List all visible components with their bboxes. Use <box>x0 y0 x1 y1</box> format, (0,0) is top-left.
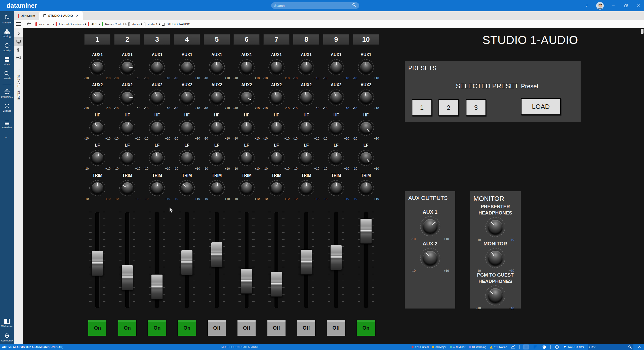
tab-ziine[interactable]: ziine.com <box>14 11 39 20</box>
pgm-to-guest-headphones-knob[interactable] <box>485 285 505 305</box>
rotary-knob[interactable] <box>358 90 374 106</box>
rotary-knob[interactable] <box>179 59 195 75</box>
rotary-knob[interactable] <box>179 120 195 136</box>
fader-track[interactable] <box>185 212 189 308</box>
tickets-tab[interactable]: TICKETS <box>14 73 23 89</box>
rotary-knob[interactable] <box>119 180 135 196</box>
fader-handle[interactable] <box>151 274 163 299</box>
channel-fader[interactable] <box>207 212 227 308</box>
rotary-knob[interactable] <box>149 180 165 196</box>
channel-on-off-button[interactable]: On <box>147 320 167 336</box>
rotary-knob[interactable] <box>209 59 225 75</box>
rotary-knob[interactable] <box>268 150 285 166</box>
channel-on-off-button[interactable]: Off <box>327 320 346 336</box>
fader-track[interactable] <box>125 212 130 308</box>
notes-tab[interactable]: NOTES <box>14 88 23 102</box>
rotary-knob[interactable] <box>298 180 314 196</box>
channel-on-off-button[interactable]: Off <box>267 320 286 336</box>
rotary-knob[interactable] <box>89 90 105 106</box>
alarm-list-view-icon[interactable] <box>523 344 529 349</box>
sidebar-item-community[interactable]: Community <box>0 333 14 342</box>
rotary-knob[interactable] <box>268 59 285 75</box>
rotary-knob[interactable] <box>89 120 105 136</box>
live-signal-icon[interactable] <box>14 54 23 61</box>
fader-track[interactable] <box>215 212 219 308</box>
channel-on-off-button[interactable]: Off <box>237 320 256 336</box>
close-tab-icon[interactable]: ✕ <box>76 14 79 18</box>
monitor-knob[interactable] <box>485 248 505 268</box>
fader-handle[interactable] <box>330 245 342 270</box>
severity-counter[interactable]: 81 Warning <box>469 345 486 348</box>
fader-handle[interactable] <box>92 251 103 276</box>
severity-counter[interactable]: !116 Notice <box>490 345 507 348</box>
rotary-knob[interactable] <box>328 120 344 136</box>
sidebar-item-overview[interactable]: Overview <box>0 120 14 129</box>
rotary-knob[interactable] <box>89 180 105 196</box>
channel-on-off-button[interactable]: On <box>177 320 196 336</box>
rotary-knob[interactable] <box>238 150 255 166</box>
rotary-knob[interactable] <box>328 59 344 75</box>
sidebar-more-icon[interactable]: ... <box>0 135 14 138</box>
alarm-trend-icon[interactable] <box>510 344 516 349</box>
rotary-knob[interactable] <box>358 150 374 166</box>
menu-icon[interactable] <box>16 22 21 26</box>
breadcrumb-item[interactable]: studio <box>128 22 140 26</box>
fader-handle[interactable] <box>271 272 282 297</box>
rotary-knob[interactable] <box>179 180 195 196</box>
channel-fader[interactable] <box>266 212 287 308</box>
rotary-knob[interactable] <box>298 90 314 106</box>
rotary-knob[interactable] <box>179 150 195 166</box>
rotary-knob[interactable] <box>179 90 195 106</box>
restore-button[interactable] <box>623 3 629 9</box>
rotary-knob[interactable] <box>328 90 344 106</box>
sidebar-item-settings[interactable]: Settings <box>0 103 14 112</box>
global-search-input[interactable] <box>274 4 352 8</box>
sidebar-item-surveyor[interactable]: Surveyor <box>0 15 14 24</box>
rotary-knob[interactable] <box>149 90 165 106</box>
rotary-knob[interactable] <box>89 59 105 75</box>
sidebar-item-workspace[interactable]: Workspace <box>0 319 14 327</box>
severity-counter[interactable]: 128 Critical <box>412 345 429 348</box>
tab-studio1-audio[interactable]: STUDIO 1-AUDIO ✕ <box>39 11 83 20</box>
load-preset-button[interactable]: LOAD <box>521 98 561 115</box>
breadcrumb-item[interactable]: STUDIO 1-AUDIO <box>162 23 190 26</box>
fader-handle[interactable] <box>241 269 252 294</box>
sidebar-item-search[interactable]: Search <box>0 71 14 80</box>
presenter-headphones-knob[interactable] <box>485 217 505 237</box>
expand-chevron-icon[interactable] <box>14 31 23 37</box>
channel-on-off-button[interactable]: On <box>88 320 107 336</box>
channel-fader[interactable] <box>87 212 107 308</box>
rotary-knob[interactable] <box>238 180 255 196</box>
preset-2-button[interactable]: 2 <box>438 99 459 116</box>
vertical-scrollbar-thumb[interactable] <box>641 29 643 34</box>
rotary-knob[interactable] <box>358 120 374 136</box>
rotary-knob[interactable] <box>119 90 135 106</box>
rotary-knob[interactable] <box>149 150 165 166</box>
parameters-sliders-icon[interactable] <box>14 47 23 53</box>
rotary-knob[interactable] <box>298 59 314 75</box>
global-search[interactable] <box>271 2 359 9</box>
rotary-knob[interactable] <box>358 59 374 75</box>
rotary-knob[interactable] <box>358 180 374 196</box>
rotary-knob[interactable] <box>238 120 255 136</box>
rotary-knob[interactable] <box>238 59 255 75</box>
fader-track[interactable] <box>304 212 308 308</box>
fader-handle[interactable] <box>300 249 312 275</box>
minimize-button[interactable] <box>610 3 616 9</box>
preset-3-button[interactable]: 3 <box>466 99 486 116</box>
rotary-knob[interactable] <box>119 120 135 136</box>
rotary-knob[interactable] <box>119 150 135 166</box>
channel-on-off-button[interactable]: Off <box>297 320 316 336</box>
sidebar-item-apps[interactable]: Apps <box>0 57 14 65</box>
back-arrow-icon[interactable] <box>26 22 31 26</box>
rotary-knob[interactable] <box>238 90 255 106</box>
fader-track[interactable] <box>95 212 100 308</box>
fader-track[interactable] <box>364 212 368 308</box>
visual-overview-icon[interactable] <box>14 37 23 46</box>
rca-filter[interactable]: No RCA filter <box>563 345 584 349</box>
channel-fader[interactable] <box>296 212 316 308</box>
aux1-knob[interactable] <box>420 216 440 236</box>
rotary-knob[interactable] <box>268 90 285 106</box>
strip-more-icon[interactable]: ... <box>14 66 23 71</box>
channel-on-off-button[interactable]: On <box>118 320 137 336</box>
